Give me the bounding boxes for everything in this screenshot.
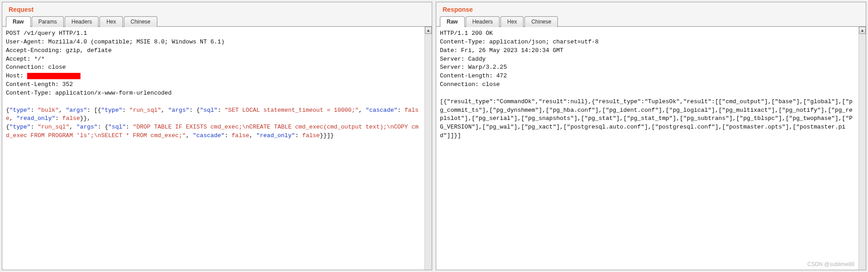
request-scrollbar[interactable]: ▲ — [425, 27, 432, 270]
tab-chinese[interactable]: Chinese — [124, 16, 157, 27]
resp-clen: Content-Length: 472 — [440, 72, 507, 79]
request-title: Request — [2, 2, 432, 16]
tab-headers-resp[interactable]: Headers — [466, 16, 500, 27]
req-host-label: Host: — [6, 72, 27, 79]
request-tabs: Raw Params Headers Hex Chinese — [2, 16, 432, 27]
redacted-host — [27, 73, 80, 79]
request-content-wrap: POST /v1/query HTTP/1.1 User-Agent: Mozi… — [2, 26, 432, 270]
response-content[interactable]: HTTP/1.1 200 OK Content-Type: applicatio… — [436, 27, 859, 270]
scroll-up-icon[interactable]: ▲ — [425, 27, 432, 34]
resp-conn: Connection: close — [440, 81, 500, 88]
req-conn: Connection: close — [6, 64, 66, 71]
resp-body: [{"result_type":"CommandOk","result":nul… — [440, 98, 853, 139]
request-content[interactable]: POST /v1/query HTTP/1.1 User-Agent: Mozi… — [2, 27, 425, 270]
b-type1: "type" — [9, 107, 31, 114]
tab-hex[interactable]: Hex — [99, 16, 123, 27]
req-clen: Content-Length: 352 — [6, 81, 73, 88]
tab-raw-resp[interactable]: Raw — [440, 16, 465, 27]
response-title: Response — [436, 2, 866, 16]
scroll-up-icon[interactable]: ▲ — [859, 27, 866, 34]
resp-srv2: Server: Warp/3.2.25 — [440, 64, 507, 71]
request-panel: Request Raw Params Headers Hex Chinese P… — [2, 2, 432, 270]
watermark: CSDN @sublime88 — [807, 261, 854, 267]
req-ua: User-Agent: Mozilla/4.0 (compatible; MSI… — [6, 38, 225, 45]
req-accept: Accept: */* — [6, 56, 45, 62]
resp-date: Date: Fri, 26 May 2023 14:20:34 GMT — [440, 47, 563, 54]
response-scrollbar[interactable]: ▲ — [859, 27, 866, 270]
tab-headers[interactable]: Headers — [65, 16, 99, 27]
resp-srv1: Server: Caddy — [440, 56, 486, 62]
b-sql1: "SET LOCAL statement_timeout = 10000;" — [225, 107, 359, 114]
b-bulk: "bulk" — [38, 107, 59, 114]
req-ctype: Content-Type: application/x-www-form-url… — [6, 90, 172, 96]
response-tabs: Raw Headers Hex Chinese — [436, 16, 866, 27]
req-enc: Accept-Encoding: gzip, deflate — [6, 47, 112, 54]
response-content-wrap: HTTP/1.1 200 OK Content-Type: applicatio… — [436, 26, 866, 270]
tab-params[interactable]: Params — [32, 16, 64, 27]
response-panel: Response Raw Headers Hex Chinese HTTP/1.… — [436, 2, 866, 270]
tab-raw[interactable]: Raw — [6, 16, 31, 27]
b-args1: "args" — [66, 107, 87, 114]
req-line: POST /v1/query HTTP/1.1 — [6, 30, 87, 37]
resp-status: HTTP/1.1 200 OK — [440, 30, 493, 37]
resp-ctype: Content-Type: application/json; charset=… — [440, 38, 599, 45]
b-open: { — [6, 107, 9, 114]
tab-chinese-resp[interactable]: Chinese — [524, 16, 558, 27]
tab-hex-resp[interactable]: Hex — [500, 16, 524, 27]
